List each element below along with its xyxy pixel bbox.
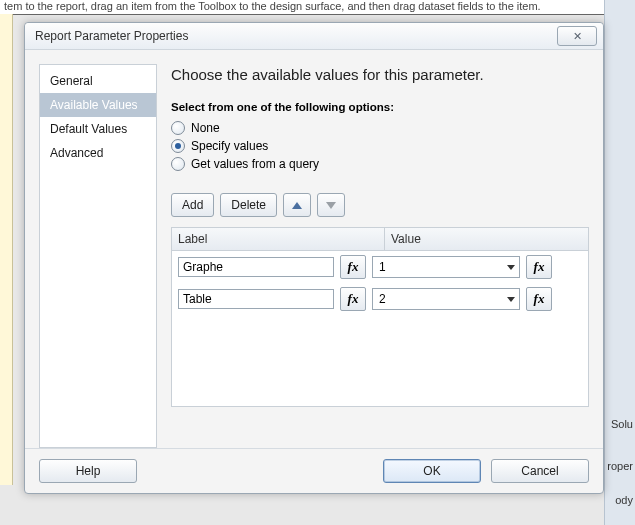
select-value: 1 [379,260,386,274]
bg-label-proper: roper [607,460,633,472]
close-icon: ✕ [573,30,582,43]
dialog-title: Report Parameter Properties [35,29,557,43]
radio-icon [171,157,185,171]
fx-button[interactable]: fx [340,255,366,279]
nav-item-general[interactable]: General [40,69,156,93]
option-none[interactable]: None [171,119,589,137]
grid-header-value[interactable]: Value [385,228,588,250]
ok-button[interactable]: OK [383,459,481,483]
help-button[interactable]: Help [39,459,137,483]
row-label-input[interactable] [178,257,334,277]
close-button[interactable]: ✕ [557,26,597,46]
option-specify-values[interactable]: Specify values [171,137,589,155]
fx-icon: fx [534,291,545,307]
values-toolbar: Add Delete [171,193,589,217]
nav-item-default-values[interactable]: Default Values [40,117,156,141]
radio-icon [171,139,185,153]
fx-icon: fx [534,259,545,275]
nav-item-advanced[interactable]: Advanced [40,141,156,165]
background-ruler-left [0,14,13,485]
page-heading: Choose the available values for this par… [171,66,589,83]
row-value-select[interactable]: 1 [372,256,520,278]
chevron-down-icon [507,265,515,270]
background-right-panel: Solu roper ody [604,0,635,525]
arrow-up-icon [292,202,302,209]
fx-icon: fx [348,259,359,275]
arrow-down-icon [326,202,336,209]
dialog-footer: Help OK Cancel [25,448,603,493]
row-value-select[interactable]: 2 [372,288,520,310]
bg-label-body: ody [615,494,633,506]
option-label: None [191,121,220,135]
select-value: 2 [379,292,386,306]
delete-button[interactable]: Delete [220,193,277,217]
option-get-from-query[interactable]: Get values from a query [171,155,589,173]
dialog-titlebar: Report Parameter Properties ✕ [25,23,603,50]
option-label: Specify values [191,139,268,153]
bg-label-solution: Solu [611,418,633,430]
grid-row: fx 1 fx [172,251,588,283]
fx-icon: fx [348,291,359,307]
chevron-down-icon [507,297,515,302]
fx-button[interactable]: fx [526,255,552,279]
grid-header-label[interactable]: Label [172,228,385,250]
dialog-content: Choose the available values for this par… [171,64,589,448]
row-label-input[interactable] [178,289,334,309]
grid-header: Label Value [172,228,588,251]
grid-row: fx 2 fx [172,283,588,315]
move-up-button[interactable] [283,193,311,217]
cancel-button[interactable]: Cancel [491,459,589,483]
add-button[interactable]: Add [171,193,214,217]
nav-item-available-values[interactable]: Available Values [40,93,156,117]
radio-icon [171,121,185,135]
dialog-nav: General Available Values Default Values … [39,64,157,448]
options-subheading: Select from one of the following options… [171,101,589,113]
background-hint-text: tem to the report, drag an item from the… [0,0,635,15]
option-label: Get values from a query [191,157,319,171]
fx-button[interactable]: fx [340,287,366,311]
values-grid: Label Value fx 1 fx fx 2 [171,227,589,407]
move-down-button[interactable] [317,193,345,217]
report-parameter-properties-dialog: Report Parameter Properties ✕ General Av… [24,22,604,494]
fx-button[interactable]: fx [526,287,552,311]
